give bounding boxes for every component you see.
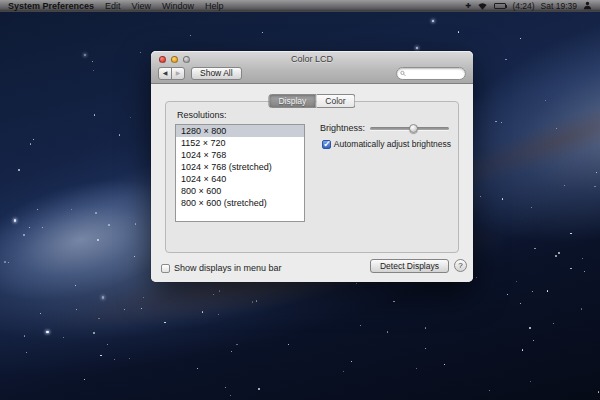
- star: [213, 294, 214, 295]
- auto-brightness-row: Automatically adjust brightness: [322, 139, 451, 149]
- resolution-row[interactable]: 800 × 600 (stretched): [176, 197, 304, 209]
- star: [425, 327, 427, 329]
- menu-help[interactable]: Help: [205, 1, 224, 11]
- color-lcd-window: Color LCD ◀ ▶ Show All Display Color Res…: [151, 51, 473, 282]
- star: [140, 52, 141, 53]
- show-displays-checkbox[interactable]: [161, 264, 170, 273]
- resolutions-label: Resolutions:: [177, 110, 227, 120]
- star: [553, 323, 554, 324]
- star: [124, 309, 125, 310]
- star: [502, 198, 504, 200]
- star: [545, 100, 546, 101]
- menu-view[interactable]: View: [132, 1, 151, 11]
- resolutions-listbox[interactable]: 1280 × 8001152 × 7201024 × 7681024 × 768…: [175, 124, 305, 222]
- menu-window[interactable]: Window: [162, 1, 194, 11]
- battery-icon[interactable]: [494, 3, 506, 9]
- search-input[interactable]: [408, 69, 462, 78]
- tab-color[interactable]: Color: [316, 94, 355, 108]
- star: [71, 209, 72, 210]
- brightness-slider[interactable]: [370, 123, 449, 133]
- menu-app-name[interactable]: System Preferences: [8, 1, 94, 11]
- star: [581, 308, 583, 310]
- status-plus-icon[interactable]: ✚: [466, 2, 472, 9]
- resolution-row[interactable]: 800 × 600: [176, 185, 304, 197]
- minimize-button[interactable]: [171, 56, 178, 63]
- close-button[interactable]: [159, 56, 166, 63]
- star: [95, 212, 97, 214]
- star: [252, 301, 254, 303]
- resolution-row[interactable]: 1024 × 640: [176, 173, 304, 185]
- back-button[interactable]: ◀: [158, 67, 172, 80]
- star: [393, 301, 395, 303]
- star: [507, 294, 508, 295]
- auto-brightness-checkbox[interactable]: [322, 140, 331, 149]
- search-field[interactable]: [396, 67, 466, 80]
- star: [516, 281, 517, 282]
- star: [416, 368, 417, 369]
- star: [8, 262, 9, 263]
- star: [532, 291, 533, 292]
- star: [495, 121, 497, 123]
- star: [164, 322, 166, 324]
- menu-edit[interactable]: Edit: [105, 1, 121, 11]
- star: [351, 361, 353, 363]
- show-displays-label: Show displays in menu bar: [174, 263, 282, 273]
- star: [135, 223, 137, 225]
- star: [432, 20, 434, 22]
- help-button[interactable]: ?: [454, 259, 467, 272]
- traffic-lights: [159, 56, 190, 63]
- star: [134, 256, 135, 257]
- star: [594, 186, 596, 188]
- search-icon: [400, 70, 406, 77]
- star: [130, 117, 131, 118]
- star: [46, 331, 48, 333]
- star: [75, 285, 76, 286]
- show-all-button[interactable]: Show All: [191, 67, 242, 80]
- brightness-label: Brightness:: [320, 123, 365, 133]
- star: [26, 352, 27, 353]
- star: [202, 311, 204, 313]
- star: [219, 290, 221, 292]
- star: [505, 59, 507, 61]
- star: [93, 332, 95, 334]
- star: [92, 61, 93, 62]
- resolution-row[interactable]: 1024 × 768: [176, 149, 304, 161]
- nav-buttons: ◀ ▶: [158, 67, 185, 80]
- star: [570, 268, 572, 270]
- resolution-row[interactable]: 1152 × 720: [176, 137, 304, 149]
- window-title: Color LCD: [151, 51, 473, 64]
- star: [458, 31, 460, 33]
- star: [501, 122, 502, 123]
- star: [556, 128, 557, 129]
- star: [547, 290, 549, 292]
- menu-clock[interactable]: Sat 19:39: [541, 1, 577, 11]
- star: [489, 390, 490, 391]
- star: [596, 172, 597, 173]
- resolution-row[interactable]: 1280 × 800: [176, 125, 304, 137]
- window-toolbar: ◀ ▶ Show All: [158, 66, 466, 81]
- forward-button[interactable]: ▶: [171, 67, 185, 80]
- star: [529, 327, 531, 329]
- star: [387, 331, 389, 333]
- detect-displays-button[interactable]: Detect Displays: [370, 259, 449, 273]
- tab-display[interactable]: Display: [268, 94, 316, 108]
- star: [37, 209, 38, 210]
- star: [555, 255, 557, 257]
- star: [231, 351, 232, 352]
- star: [570, 233, 572, 235]
- star: [93, 70, 95, 72]
- star: [30, 143, 32, 145]
- wifi-icon[interactable]: [477, 2, 488, 10]
- star: [119, 134, 121, 136]
- star: [24, 335, 26, 337]
- star: [84, 54, 86, 56]
- star: [416, 47, 418, 49]
- resolution-row[interactable]: 1024 × 768 (stretched): [176, 161, 304, 173]
- brightness-slider-thumb[interactable]: [409, 124, 418, 133]
- star: [129, 358, 130, 359]
- user-icon[interactable]: [583, 1, 592, 10]
- star: [230, 395, 231, 396]
- star: [197, 368, 198, 369]
- zoom-button[interactable]: [183, 56, 190, 63]
- battery-time[interactable]: (4:24): [512, 1, 534, 11]
